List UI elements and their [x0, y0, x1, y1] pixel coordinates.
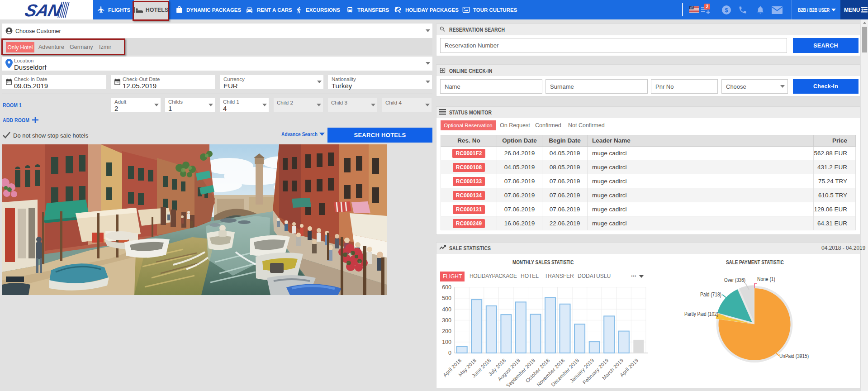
svg-text:None (1): None (1) — [757, 276, 775, 282]
svg-text:Over (336): Over (336) — [724, 277, 745, 283]
svg-text:UnPaid (3915): UnPaid (3915) — [779, 353, 809, 359]
svg-text:Partly Paid (102): Partly Paid (102) — [684, 310, 718, 317]
svg-text:$: $ — [725, 7, 728, 14]
svg-text:February 2019: February 2019 — [582, 358, 609, 385]
svg-text:SAN: SAN — [23, 1, 64, 19]
svg-text:400: 400 — [442, 306, 451, 313]
svg-text:300: 300 — [442, 317, 451, 324]
svg-text:0: 0 — [448, 350, 451, 356]
svg-text:Paid (718): Paid (718) — [700, 291, 721, 298]
svg-text:500: 500 — [442, 295, 451, 301]
svg-text:600: 600 — [442, 284, 451, 291]
svg-text:200: 200 — [442, 328, 451, 334]
svg-text:100: 100 — [442, 339, 451, 345]
